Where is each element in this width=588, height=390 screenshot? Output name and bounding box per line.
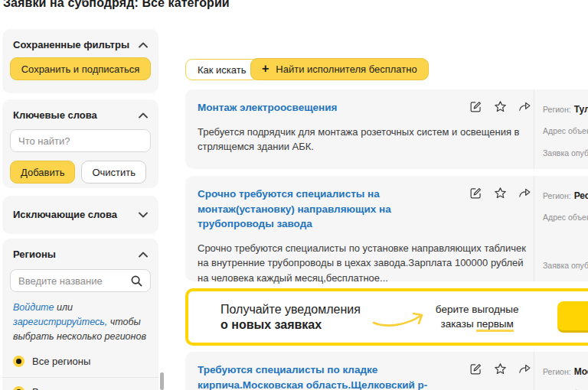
banner-left-text: Получайте уведомления о новых заявках [220, 302, 361, 333]
banner-right-line1: берите выгодные [436, 303, 519, 317]
save-and-subscribe-button[interactable]: Сохранить и подписаться [10, 57, 151, 80]
listing-description: Требуется подрядчик для монтажа розеточн… [198, 125, 531, 154]
notifications-banner: Получайте уведомления о новых заявках бе… [185, 288, 588, 346]
banner-line2: о новых заявках [220, 317, 361, 333]
chevron-down-icon [139, 212, 148, 218]
listing-card[interactable]: Срочно требуются специалисты на монтаж(у… [185, 176, 588, 281]
keywords-title: Ключевые слова [13, 109, 97, 121]
region-login-note: Войдите или зарегистрируйтесь, чтобы выб… [13, 301, 148, 343]
listing-meta: Регион:Рес Адрес объек Заявка опуб [534, 176, 588, 281]
address-label: Адрес объек [543, 126, 588, 135]
listing-title-link[interactable]: Требуются специалисты по кладке кирпича.… [198, 362, 462, 390]
listing-card[interactable]: Монтаж электроосвещения Требуется подряд… [185, 89, 588, 169]
edit-icon[interactable] [469, 362, 483, 376]
regions-panel: Регионы Войдите или зарегистрируйтесь, ч… [2, 239, 158, 390]
register-link[interactable]: зарегистрируйтесь, [13, 317, 107, 327]
published-label: Заявка опуб [543, 148, 588, 158]
listing-meta: Регион:Мос Адрес объек [534, 352, 588, 390]
chevron-up-icon [139, 42, 148, 48]
excluding-words-header[interactable]: Исключающие слова [2, 196, 158, 220]
edit-icon[interactable] [469, 99, 483, 114]
listing-description: Срочно требуются специалисты по установк… [198, 241, 531, 286]
add-keyword-button[interactable]: Добавить [10, 161, 75, 184]
region-label: Регион: [543, 191, 571, 200]
regions-header[interactable]: Регионы [2, 239, 158, 260]
edit-icon[interactable] [469, 186, 483, 200]
region-search-input[interactable] [18, 275, 131, 287]
radio-selected-icon [13, 386, 24, 390]
share-icon[interactable] [518, 362, 532, 376]
region-value: Тул [574, 104, 588, 115]
regions-title: Регионы [13, 249, 56, 260]
chevron-up-icon [139, 112, 148, 119]
saved-filters-header[interactable]: Сохраненные фильтры [2, 29, 158, 50]
saved-filters-panel: Сохраненные фильтры Сохранить и подписат… [2, 29, 158, 93]
banner-line1: Получайте уведомления [220, 302, 361, 317]
search-icon[interactable] [131, 275, 142, 287]
region-option-all-1[interactable]: Все регионы [13, 356, 148, 367]
divider [2, 377, 158, 378]
banner-right-text: берите выгодные заказы первым [436, 303, 519, 332]
note-or: или [57, 302, 73, 313]
banner-right-prefix: заказы [440, 318, 476, 330]
star-icon[interactable] [493, 186, 508, 200]
region-search-wrap [10, 269, 151, 292]
how-to-search-button[interactable]: Как искать [185, 59, 259, 80]
share-icon[interactable] [518, 99, 532, 114]
listing-meta: Регион:Тул Адрес объек Заявка опуб [534, 89, 588, 169]
page-title: Заявки на субподряд: Все категории [3, 0, 230, 10]
saved-filters-title: Сохраненные фильтры [13, 39, 129, 50]
region-label: Регион: [543, 367, 571, 376]
listing-title-link[interactable]: Срочно требуются специалисты на монтаж(у… [198, 187, 462, 232]
chevron-up-icon [139, 252, 148, 258]
find-contractor-button[interactable]: +Найти исполнителя бесплатно [250, 58, 429, 80]
published-label: Заявка опуб [543, 261, 588, 270]
star-icon[interactable] [493, 362, 508, 376]
share-icon[interactable] [518, 186, 532, 200]
region-option-label: Все регионы [32, 356, 90, 367]
star-icon[interactable] [493, 99, 508, 114]
banner-cta-button[interactable] [557, 301, 588, 333]
excluding-words-title: Исключающие слова [13, 209, 117, 220]
region-option-all-2[interactable]: Все регионы [13, 386, 148, 390]
keywords-header[interactable]: Ключевые слова [2, 99, 158, 121]
plus-icon: + [262, 62, 269, 76]
radio-selected-icon [13, 356, 24, 367]
clear-keywords-button[interactable]: Очистить [81, 161, 146, 184]
region-label: Регион: [543, 105, 571, 114]
sidebar-scrollbar-thumb[interactable] [160, 372, 164, 390]
region-value: Рес [574, 190, 588, 201]
address-label: Адрес объек [543, 213, 588, 222]
keywords-panel: Ключевые слова Добавить Очистить [2, 99, 158, 188]
keywords-input[interactable] [18, 135, 142, 147]
region-option-label: Все регионы [32, 386, 90, 390]
region-value: Мос [574, 366, 588, 377]
curved-arrow-icon [371, 307, 428, 332]
find-contractor-label: Найти исполнителя бесплатно [276, 63, 416, 75]
banner-right-underlined: первым [476, 318, 513, 332]
listing-card[interactable]: Требуются специалисты по кладке кирпича.… [185, 352, 588, 390]
login-link[interactable]: Войдите [13, 302, 54, 313]
excluding-words-panel: Исключающие слова [2, 196, 158, 234]
keywords-input-wrap [10, 129, 151, 152]
listing-title-link[interactable]: Монтаж электроосвещения [198, 100, 458, 115]
